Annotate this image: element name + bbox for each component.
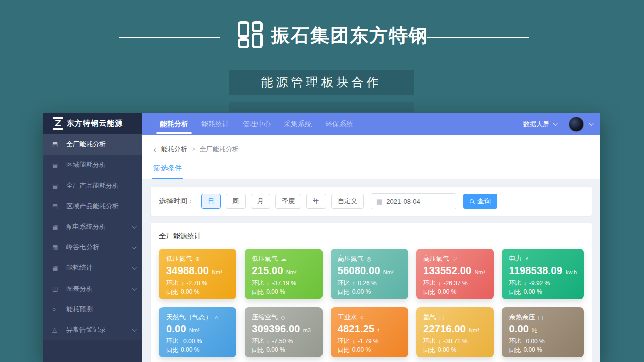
period-button-custom[interactable]: 自定义 <box>331 194 364 209</box>
stat-unit: m3 <box>303 327 311 333</box>
mom-value: -38.71 % <box>444 338 468 345</box>
tab-management-center[interactable]: 管理中心 <box>236 113 277 135</box>
stat-card-value-row: 34988.00 Nm³ <box>166 265 229 277</box>
yoy-label: 同比 <box>509 288 521 297</box>
tab-collection-system[interactable]: 采集系统 <box>277 113 318 135</box>
yoy-trend-row: 同比 0.00 % <box>423 288 487 297</box>
stat-card-title: 高压氮气 ◎ <box>338 254 401 263</box>
alert-icon: △ <box>52 326 60 333</box>
sidebar-item-label: 区域能耗分析 <box>66 160 106 169</box>
app-logo-z-icon: Z <box>53 117 63 130</box>
stat-unit: Nm³ <box>212 269 222 275</box>
stat-card[interactable]: 氩气 ▢ 22716.00 Nm³ 环比 ↓ -38.71 % 同比 0.00 … <box>416 307 494 357</box>
period-button-year[interactable]: 年 <box>306 194 326 209</box>
chart-icon: ◫ <box>52 285 60 292</box>
yoy-trend-row: 同比 0.00 % <box>509 346 577 355</box>
sidebar-item-energy-statistics[interactable]: ▦ 能耗统计 <box>43 258 142 279</box>
sidebar-footer <box>43 340 142 362</box>
sidebar-menu: ▤ 全厂能耗分析 ▤ 区域能耗分析 ▤ 全厂产品能耗分析 ▤ 区域产品能耗分析 … <box>43 134 142 340</box>
stat-card[interactable]: 余热余压 ▢ 0.00 吨 环比 0.00 % 同比 0.00 % <box>502 307 584 357</box>
sidebar-item-peak-valley[interactable]: ▦ 峰谷电分析 <box>43 237 142 258</box>
mom-value: -9.92 % <box>529 280 550 287</box>
mom-trend-row: 环比 ↓ -37.19 % <box>252 279 315 287</box>
yoy-trend-row: 同比 0.00 % <box>338 288 401 297</box>
trend-arrow-icon: ↓ <box>266 337 270 345</box>
banner-shadow <box>229 102 414 112</box>
energy-type-label: 工业水 <box>338 313 357 322</box>
sidebar-item-label: 全厂能耗分析 <box>66 140 106 149</box>
back-icon[interactable]: ‹ <box>153 145 156 154</box>
tab-energy-statistics[interactable]: 能耗统计 <box>195 113 236 135</box>
stat-card-title: 工业水 ○ <box>338 313 401 322</box>
energy-type-label: 氩气 <box>423 313 436 322</box>
trend-arrow-icon: ↓ <box>181 279 184 287</box>
query-button[interactable]: 查询 <box>463 194 497 209</box>
energy-type-icon: ⌂ <box>215 314 218 320</box>
stat-unit: Nm³ <box>469 327 479 333</box>
stat-value: 1198538.09 <box>509 265 562 277</box>
yoy-trend-row: 同比 0.00 % <box>423 346 487 355</box>
sidebar-item-energy-forecast[interactable]: ○ 能耗预测 <box>43 299 142 320</box>
section-banner: 能源管理板块合作 <box>229 70 414 95</box>
stat-card[interactable]: 电力 ⚡ 1198538.09 kw.h 环比 ↓ -9.92 % 同比 0.0… <box>502 249 584 299</box>
tab-environment-system[interactable]: 环保系统 <box>318 113 360 135</box>
stat-card[interactable]: 工业水 ○ 4821.25 t 环比 ↓ -1.79 % 同比 0.00 % <box>331 307 408 357</box>
stat-value: 22716.00 <box>423 323 466 335</box>
energy-type-icon: ○ <box>360 314 364 320</box>
period-button-month[interactable]: 月 <box>251 194 270 209</box>
sidebar-item-chart-analysis[interactable]: ◫ 图表分析 <box>43 279 142 299</box>
energy-type-label: 电力 <box>509 254 522 263</box>
sidebar-item-region-product-energy[interactable]: ▤ 区域产品能耗分析 <box>43 196 142 217</box>
yoy-label: 同比 <box>423 288 435 297</box>
chevron-down-icon <box>132 224 137 229</box>
energy-type-icon: ▢ <box>538 314 543 321</box>
sidebar-item-alarm-records[interactable]: △ 异常告警记录 <box>43 320 142 340</box>
stat-card[interactable]: 高压氧气 ♡ 133552.00 Nm³ 环比 ↓ -26.37 % 同比 0.… <box>416 249 494 299</box>
stat-card-value-row: 0.00 Nm³ <box>166 323 229 335</box>
stat-card[interactable]: 高压氮气 ◎ 56080.00 Nm³ 环比 ↑ 0.26 % 同比 0.00 … <box>331 249 408 299</box>
data-screen-dropdown[interactable]: 数据大屏 <box>523 120 556 129</box>
period-button-day[interactable]: 日 <box>201 194 221 209</box>
sidebar-item-region-energy-analysis[interactable]: ▤ 区域能耗分析 <box>43 155 142 175</box>
stat-card-value-row: 22716.00 Nm³ <box>423 323 487 335</box>
yoy-label: 同比 <box>423 346 435 355</box>
banner-text: 能源管理板块合作 <box>261 74 382 90</box>
nav-right: 数据大屏 <box>523 117 592 132</box>
breadcrumb-current: 全厂能耗分析 <box>200 145 239 154</box>
sidebar-item-plant-product-energy[interactable]: ▤ 全厂产品能耗分析 <box>43 175 142 196</box>
stat-card-value-row: 1198538.09 kw.h <box>509 265 577 277</box>
mom-trend-row: 环比 ↓ -9.92 % <box>509 279 577 287</box>
trend-arrow-icon: ↓ <box>523 279 527 287</box>
sidebar-item-plant-energy-analysis[interactable]: ▤ 全厂能耗分析 <box>43 134 142 155</box>
mom-label: 环比 <box>252 279 264 287</box>
tab-filter-conditions[interactable]: 筛选条件 <box>152 161 183 179</box>
stat-card[interactable]: 低压氧气 ☁ 215.00 Nm³ 环比 ↓ -37.19 % 同比 0.00 … <box>245 249 322 299</box>
tab-energy-analysis[interactable]: 能耗分析 <box>153 113 195 135</box>
energy-type-icon: ◇ <box>281 314 285 321</box>
sidebar-item-power-distribution[interactable]: ▦ 配电系统分析 <box>43 217 142 237</box>
stats-panel: 全厂能源统计 低压氮气 ⊕ 34988.00 Nm³ 环比 ↓ -2.78 % … <box>151 223 592 362</box>
breadcrumb-separator: > <box>192 146 195 153</box>
yoy-value: 0.00 % <box>181 346 199 355</box>
chevron-down-icon <box>132 286 137 291</box>
chevron-down-icon[interactable] <box>589 121 594 126</box>
yoy-label: 同比 <box>166 346 178 355</box>
breadcrumb-parent[interactable]: 能耗分析 <box>161 145 187 154</box>
stat-card[interactable]: 压缩空气 ◇ 309396.00 m3 环比 ↓ -7.50 % 同比 0.00… <box>245 307 322 357</box>
yoy-value: 0.00 % <box>523 288 542 297</box>
stat-card[interactable]: 天然气（气态） ⌂ 0.00 Nm³ 环比 0.00 % 同比 0.00 % <box>159 307 236 357</box>
period-button-week[interactable]: 周 <box>226 194 246 209</box>
period-button-quarter[interactable]: 季度 <box>275 194 301 209</box>
stat-card[interactable]: 低压氮气 ⊕ 34988.00 Nm³ 环比 ↓ -2.78 % 同比 0.00… <box>159 249 236 299</box>
yoy-value: 0.00 % <box>181 288 199 297</box>
user-avatar[interactable] <box>569 117 584 132</box>
mom-label: 环比 <box>338 337 350 345</box>
date-input[interactable]: ▦ 2021-08-04 <box>371 193 456 209</box>
energy-type-label: 高压氮气 <box>338 254 364 263</box>
mom-label: 环比 <box>423 279 435 287</box>
sidebar-item-label: 配电系统分析 <box>66 222 106 231</box>
stat-card-value-row: 309396.00 m3 <box>252 323 315 335</box>
date-value: 2021-08-04 <box>386 198 420 205</box>
content-area: ‹ 能耗分析 > 全厂能耗分析 筛选条件 选择时间： 日 周 月 季度 年 自定… <box>142 135 600 362</box>
energy-type-label: 低压氮气 <box>166 254 192 263</box>
